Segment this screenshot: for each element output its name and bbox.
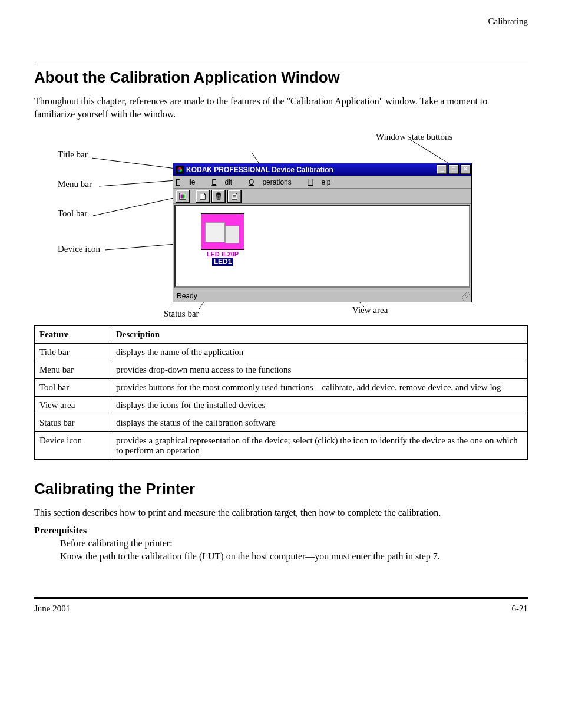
table-row: Title bardisplays the name of the applic… xyxy=(35,344,528,361)
menu-file[interactable]: File xyxy=(176,178,203,186)
svg-line-0 xyxy=(92,158,176,169)
footer-left: June 2001 xyxy=(34,604,70,614)
titlebar[interactable]: KODAK PROFESSIONAL Device Calibration _ … xyxy=(173,163,471,176)
app-window: KODAK PROFESSIONAL Device Calibration _ … xyxy=(173,163,472,302)
svg-rect-10 xyxy=(183,194,185,198)
maximize-button[interactable]: □ xyxy=(448,164,459,174)
table-row: Status bardisplays the status of the cal… xyxy=(35,414,528,432)
prerequisites: Prerequisites Before calibrating the pri… xyxy=(34,525,528,562)
section-title: About the Calibration Application Window xyxy=(34,68,528,87)
device-icon[interactable]: LED II-20P LED1 xyxy=(200,213,245,266)
svg-line-2 xyxy=(93,197,179,216)
device-caption: LED II-20P xyxy=(200,251,245,258)
add-device-button[interactable] xyxy=(196,190,210,203)
table-row: Menu barprovides drop-down menu access t… xyxy=(35,361,528,379)
top-rule xyxy=(34,62,528,62)
figure-wrap: Title bar Menu bar Tool bar Device icon … xyxy=(34,126,528,321)
footer-right: 6-21 xyxy=(512,604,528,614)
prereq-line1: Before calibrating the printer: xyxy=(60,538,528,549)
callout-device-icon: Device icon xyxy=(58,244,100,254)
callout-menu-bar: Menu bar xyxy=(58,179,92,189)
feature-table: Feature Description Title bardisplays th… xyxy=(34,325,528,460)
menu-edit[interactable]: Edit xyxy=(211,178,240,186)
bottom-rule xyxy=(34,597,528,599)
sub-section-lead: This section describes how to print and … xyxy=(34,506,528,519)
svg-rect-9 xyxy=(181,194,183,198)
view-log-button[interactable] xyxy=(227,190,242,203)
device-image xyxy=(201,213,244,250)
window-title: KODAK PROFESSIONAL Device Calibration xyxy=(186,166,436,174)
toolbar xyxy=(173,189,471,204)
device-label: LED1 xyxy=(212,258,234,266)
callout-title-bar: Title bar xyxy=(58,150,88,160)
callout-view-area: View area xyxy=(352,305,388,315)
page-header-right: Calibrating xyxy=(34,17,528,27)
resize-grip-icon[interactable] xyxy=(462,292,470,301)
calibrate-button[interactable] xyxy=(176,190,190,203)
prereq-heading: Prerequisites xyxy=(34,525,528,536)
callout-window-state: Window state buttons xyxy=(376,132,452,142)
table-row: Tool barprovides buttons for the most co… xyxy=(35,379,528,397)
table-row: Device iconprovides a graphical represen… xyxy=(35,432,528,460)
remove-device-button[interactable] xyxy=(211,190,226,203)
menu-help[interactable]: Help xyxy=(308,178,339,186)
th-description: Description xyxy=(111,326,528,344)
th-feature: Feature xyxy=(35,326,111,344)
status-text: Ready xyxy=(177,292,197,300)
view-area: LED II-20P LED1 xyxy=(174,205,470,288)
svg-line-1 xyxy=(99,180,176,186)
prereq-line2: Know the path to the calibration file (L… xyxy=(60,551,528,562)
svg-line-5 xyxy=(411,140,452,166)
table-row: View areadisplays the icons for the inst… xyxy=(35,397,528,414)
callout-tool-bar: Tool bar xyxy=(58,209,87,219)
statusbar: Ready xyxy=(173,289,471,302)
sub-section-title: Calibrating the Printer xyxy=(34,480,528,498)
app-icon xyxy=(176,166,184,174)
section-lead: Throughout this chapter, references are … xyxy=(34,95,528,120)
close-button[interactable]: × xyxy=(460,164,471,174)
menubar: File Edit Operations Help xyxy=(173,176,471,189)
menu-operations[interactable]: Operations xyxy=(249,178,300,186)
callout-status-bar: Status bar xyxy=(164,309,199,319)
minimize-button[interactable]: _ xyxy=(437,164,447,174)
